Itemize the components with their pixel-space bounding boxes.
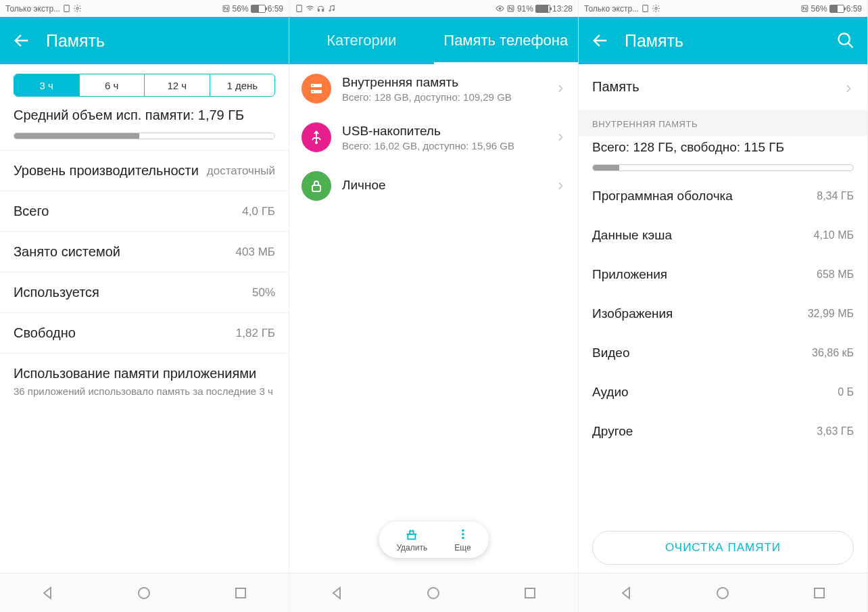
carrier-text: Только экстр... — [584, 4, 639, 14]
back-icon[interactable] — [591, 31, 610, 50]
row-cache[interactable]: Данные кэша4,10 МБ — [579, 216, 867, 255]
sim-icon — [295, 4, 304, 13]
storage-bar — [592, 164, 854, 171]
row-audio[interactable]: Аудио0 Б — [579, 373, 867, 412]
performance-value: достаточный — [207, 164, 275, 178]
seg-1d[interactable]: 1 день — [210, 74, 275, 96]
svg-rect-24 — [643, 5, 648, 12]
storage-title: Внутренняя память — [342, 75, 544, 90]
page-title: Память — [46, 31, 105, 51]
carrier-text: Только экстр... — [5, 4, 60, 14]
sim-icon — [62, 4, 71, 13]
usage-bar — [14, 133, 275, 139]
svg-rect-29 — [815, 588, 824, 598]
action-pill: Удалить Еще — [379, 521, 488, 558]
svg-point-8 — [329, 10, 331, 11]
row-video[interactable]: Видео36,86 кБ — [579, 333, 867, 373]
nav-recent-icon[interactable] — [522, 585, 538, 601]
svg-point-21 — [462, 537, 464, 540]
seg-6h[interactable]: 6 ч — [80, 74, 145, 96]
seg-12h[interactable]: 12 ч — [145, 74, 210, 96]
svg-point-1 — [76, 7, 78, 9]
storage-internal[interactable]: Внутренняя память Всего: 128 GB, доступн… — [289, 64, 578, 113]
row-other[interactable]: Другое3,63 ГБ — [579, 412, 867, 451]
svg-rect-5 — [297, 5, 302, 12]
battery-icon — [829, 5, 844, 13]
back-icon[interactable] — [12, 31, 31, 50]
chevron-right-icon — [555, 132, 566, 143]
svg-rect-17 — [312, 185, 320, 191]
nav-home-icon[interactable] — [425, 585, 441, 601]
memory-link[interactable]: Память — [579, 64, 867, 110]
svg-rect-4 — [236, 588, 245, 598]
nav-recent-icon[interactable] — [233, 585, 249, 601]
row-used[interactable]: Используется 50% — [0, 272, 289, 312]
eye-icon — [496, 4, 504, 13]
sim-icon — [641, 4, 650, 13]
seg-3h[interactable]: 3 ч — [14, 74, 80, 96]
nfc-icon — [222, 4, 231, 13]
battery-icon — [251, 5, 266, 13]
page-title: Память — [625, 31, 683, 51]
clock-text: 6:59 — [846, 4, 862, 14]
nav-back-icon[interactable] — [619, 585, 635, 601]
row-performance[interactable]: Уровень производительности достаточный — [0, 150, 289, 191]
nav-back-icon[interactable] — [40, 585, 56, 601]
svg-rect-0 — [64, 5, 70, 12]
svg-point-14 — [312, 85, 314, 87]
wifi-icon — [306, 4, 314, 13]
time-segments: 3 ч 6 ч 12 ч 1 день — [14, 74, 275, 97]
clean-memory-button[interactable]: ОЧИСТКА ПАМЯТИ — [592, 531, 854, 565]
nav-recent-icon[interactable] — [811, 585, 827, 601]
gear-icon — [652, 4, 660, 13]
row-firmware[interactable]: Программная оболочка8,34 ГБ — [579, 176, 867, 216]
nfc-icon — [800, 4, 809, 13]
storage-usb[interactable]: USB-накопитель Всего: 16,02 GB, доступно… — [289, 113, 578, 162]
svg-point-27 — [839, 34, 850, 45]
tab-phone-storage[interactable]: Память телефона — [434, 17, 579, 64]
nav-home-icon[interactable] — [136, 585, 152, 601]
status-bar: 91% 13:28 — [289, 0, 578, 17]
panel-memory-usage: Только экстр... 56% 6:59 Память 3 ч 6 ч … — [0, 0, 289, 612]
nav-bar — [579, 573, 867, 612]
panel-storage: 91% 13:28 Категории Память телефона Внут… — [289, 0, 579, 612]
panel-memory-details: Только экстр... 56% 6:59 Память Память В… — [579, 0, 868, 612]
search-icon[interactable] — [836, 31, 855, 50]
chevron-right-icon — [843, 82, 854, 93]
headphones-icon — [316, 4, 325, 13]
storage-private[interactable]: Личное — [289, 162, 578, 210]
nav-back-icon[interactable] — [329, 585, 345, 601]
delete-button[interactable]: Удалить — [396, 527, 427, 552]
svg-point-25 — [655, 7, 657, 9]
nav-home-icon[interactable] — [715, 585, 731, 601]
battery-icon — [535, 5, 550, 13]
svg-rect-23 — [525, 588, 535, 598]
chevron-right-icon — [555, 181, 566, 191]
row-images[interactable]: Изображения32,99 МБ — [579, 294, 867, 333]
row-system[interactable]: Занято системой 403 МБ — [0, 231, 289, 272]
section-header: ВНУТРЕННЯЯ ПАМЯТЬ — [579, 110, 867, 136]
header: Память — [579, 17, 867, 64]
row-apps[interactable]: Приложения658 МБ — [579, 255, 867, 294]
gear-icon — [73, 4, 82, 13]
usb-icon — [302, 122, 331, 152]
clock-text: 6:59 — [268, 4, 283, 14]
status-bar: Только экстр... 56% 6:59 — [579, 0, 867, 17]
clean-wrap: ОЧИСТКА ПАМЯТИ — [592, 531, 854, 565]
disk-icon — [302, 74, 331, 103]
svg-point-9 — [333, 9, 334, 11]
nav-bar — [289, 573, 578, 612]
row-total[interactable]: Всего 4,0 ГБ — [0, 191, 289, 231]
more-button[interactable]: Еще — [454, 527, 471, 552]
svg-point-15 — [312, 91, 314, 93]
clock-text: 13:28 — [552, 4, 573, 14]
tab-categories[interactable]: Категории — [289, 17, 434, 64]
chevron-right-icon — [555, 83, 566, 94]
row-free[interactable]: Свободно 1,82 ГБ — [0, 312, 289, 353]
battery-percent: 56% — [233, 4, 249, 14]
header: Память — [0, 17, 289, 64]
row-app-usage[interactable]: Использование памяти приложениями 36 при… — [0, 353, 289, 410]
avg-usage-label: Средний объем исп. памяти: 1,79 ГБ — [0, 101, 289, 127]
storage-sub: Всего: 128 GB, доступно: 109,29 GB — [342, 91, 544, 103]
battery-percent: 56% — [811, 4, 827, 14]
